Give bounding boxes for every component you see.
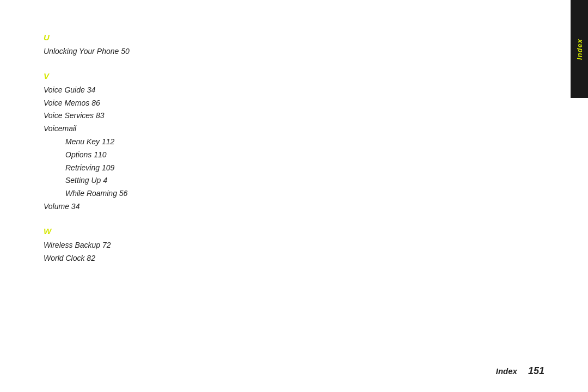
footer-page-number: 151 <box>528 365 544 377</box>
sidebar-tab-label: Index <box>575 39 584 60</box>
entry-1-1: Voice Memos 86 <box>44 97 534 110</box>
entry-2-0: Wireless Backup 72 <box>44 239 534 252</box>
sidebar-index-tab: Index <box>571 0 588 98</box>
section-U: UUnlocking Your Phone 50 <box>44 33 534 58</box>
entry-1-6: Retrieving 109 <box>44 162 534 175</box>
entry-1-9: Volume 34 <box>44 200 534 213</box>
section-W: WWireless Backup 72World Clock 82 <box>44 226 534 265</box>
footer-index-label: Index <box>496 366 517 376</box>
entry-1-0: Voice Guide 34 <box>44 84 534 97</box>
entry-2-1: World Clock 82 <box>44 252 534 265</box>
page-content: UUnlocking Your Phone 50VVoice Guide 34V… <box>44 33 534 278</box>
entry-1-7: Setting Up 4 <box>44 174 534 187</box>
section-letter-U: U <box>44 33 534 42</box>
entry-1-3: Voicemail <box>44 122 534 136</box>
entry-1-2: Voice Services 83 <box>44 109 534 122</box>
page-footer: Index 151 <box>496 365 544 377</box>
section-V: VVoice Guide 34Voice Memos 86Voice Servi… <box>44 71 534 213</box>
section-letter-V: V <box>44 71 534 81</box>
entry-1-5: Options 110 <box>44 149 534 162</box>
entry-0-0: Unlocking Your Phone 50 <box>44 45 534 58</box>
entry-1-4: Menu Key 112 <box>44 136 534 149</box>
section-letter-W: W <box>44 226 534 236</box>
entry-1-8: While Roaming 56 <box>44 187 534 200</box>
